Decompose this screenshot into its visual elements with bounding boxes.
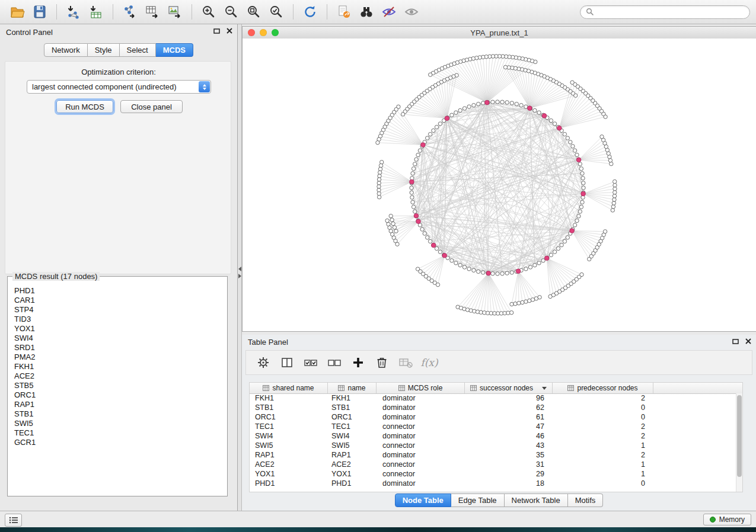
mcds-result-item[interactable]: CAR1 [14,296,221,305]
table-row[interactable]: STB1STB1dominator620 [250,403,742,412]
mcds-result-item[interactable]: SWI5 [14,419,221,428]
table-cell[interactable]: PHD1 [328,479,377,488]
mcds-result-item[interactable]: FKH1 [14,362,221,371]
network-window-titlebar[interactable]: YPA_prune.txt_1 [243,27,756,39]
table-cell[interactable]: connector [377,460,465,469]
table-cell[interactable]: 43 [465,441,553,450]
mcds-result-item[interactable]: ACE2 [14,371,221,381]
filter-hide-button[interactable] [378,2,400,21]
add-column-button[interactable] [348,354,368,371]
zoom-selected-button[interactable] [265,2,288,21]
column-header-predecessor-nodes[interactable]: predecessor nodes [553,383,653,393]
table-cell[interactable]: STB1 [328,403,377,412]
delete-column-button[interactable] [372,354,392,371]
table-cell[interactable]: 62 [465,403,553,412]
table-cell[interactable]: SWI4 [250,431,328,441]
export-image-button[interactable] [164,2,186,21]
table-cell[interactable]: dominator [377,431,465,441]
mcds-result-item[interactable]: ORC1 [14,390,221,400]
table-row[interactable]: SWI5SWI5connector431 [250,441,742,450]
mcds-result-item[interactable]: STP4 [14,305,221,315]
find-button[interactable] [355,2,378,21]
tab-mcds[interactable]: MCDS [156,43,193,57]
table-cell[interactable]: connector [377,441,465,450]
search-box[interactable] [580,5,750,19]
tab-select[interactable]: Select [120,43,156,57]
mcds-result-item[interactable]: STB1 [14,409,221,419]
import-table-button[interactable] [85,2,107,21]
table-cell[interactable]: SWI4 [328,431,377,441]
table-cell[interactable]: 2 [553,431,653,441]
tab-style[interactable]: Style [88,43,120,57]
mcds-result-item[interactable]: STB5 [14,381,221,390]
import-network-button[interactable] [62,2,85,21]
tab-node-table[interactable]: Node Table [395,493,451,507]
task-history-button[interactable] [5,514,22,527]
mcds-result-item[interactable]: TID3 [14,315,221,324]
table-cell[interactable]: ACE2 [250,460,328,469]
table-cell[interactable]: 2 [553,450,653,460]
zoom-fit-button[interactable] [243,2,265,21]
table-cell[interactable]: dominator [377,403,465,412]
table-cell[interactable]: SWI5 [250,441,328,450]
table-cell[interactable]: 2 [553,393,653,403]
table-cell[interactable]: SWI5 [328,441,377,450]
table-cell[interactable]: dominator [377,393,465,403]
tab-network-table[interactable]: Network Table [505,493,568,507]
table-row[interactable]: RAP1RAP1dominator352 [250,450,742,460]
panel-splitter[interactable] [238,24,242,511]
column-header-name[interactable]: name [328,383,377,393]
float-panel-icon[interactable] [213,28,220,34]
scrollbar-thumb[interactable] [737,395,742,477]
table-cell[interactable]: TEC1 [328,422,377,431]
table-cell[interactable]: 46 [465,431,553,441]
filter-show-button[interactable] [400,2,423,21]
float-panel-icon[interactable] [732,339,739,344]
table-cell[interactable]: RAP1 [250,450,328,460]
table-cell[interactable]: 47 [465,422,553,431]
table-cell[interactable]: 0 [553,412,653,422]
table-cell[interactable]: 1 [553,460,653,469]
mcds-result-item[interactable]: PHD1 [14,286,221,296]
column-header-mcds-role[interactable]: MCDS role [377,383,465,393]
export-table-button[interactable] [141,2,164,21]
select-all-button[interactable] [301,354,321,371]
table-cell[interactable]: YOX1 [328,469,377,479]
table-cell[interactable]: 2 [553,422,653,431]
mcds-result-item[interactable]: TEC1 [14,428,221,438]
zoom-out-button[interactable] [220,2,243,21]
table-cell[interactable]: YOX1 [250,469,328,479]
mcds-result-list[interactable]: PHD1CAR1STP4TID3YOX1SWI4SRD1PMA2FKH1ACE2… [9,283,226,495]
table-row[interactable]: YOX1YOX1connector291 [250,469,742,479]
table-cell[interactable]: 96 [465,393,553,403]
table-cell[interactable]: ACE2 [328,460,377,469]
collapse-right-icon[interactable] [238,274,241,278]
mcds-result-item[interactable]: PMA2 [14,352,221,362]
table-cell[interactable]: 61 [465,412,553,422]
table-row[interactable]: ORC1ORC1dominator610 [250,412,742,422]
table-vertical-scrollbar[interactable] [736,393,742,492]
share-document-button[interactable] [333,2,355,21]
table-cell[interactable]: STB1 [250,403,328,412]
deselect-all-button[interactable] [324,354,344,371]
table-cell[interactable]: ORC1 [250,412,328,422]
tab-motifs[interactable]: Motifs [568,493,604,507]
table-cell[interactable]: FKH1 [250,393,328,403]
table-cell[interactable]: dominator [377,450,465,460]
network-canvas-svg[interactable] [243,39,756,331]
refresh-button[interactable] [299,2,321,21]
table-cell[interactable]: 1 [553,441,653,450]
tab-network[interactable]: Network [44,43,88,57]
splitter-grip[interactable] [238,267,241,278]
show-columns-button[interactable] [277,354,297,371]
save-session-button[interactable] [28,2,51,21]
table-cell[interactable]: connector [377,469,465,479]
export-network-button[interactable] [119,2,141,21]
table-settings-button[interactable] [253,354,273,371]
table-cell[interactable]: connector [377,422,465,431]
zoom-in-button[interactable] [197,2,220,21]
close-panel-icon[interactable] [745,338,751,344]
table-row[interactable]: ACE2ACE2connector311 [250,460,742,469]
run-mcds-button[interactable]: Run MCDS [56,100,113,113]
table-cell[interactable]: 18 [465,479,553,488]
